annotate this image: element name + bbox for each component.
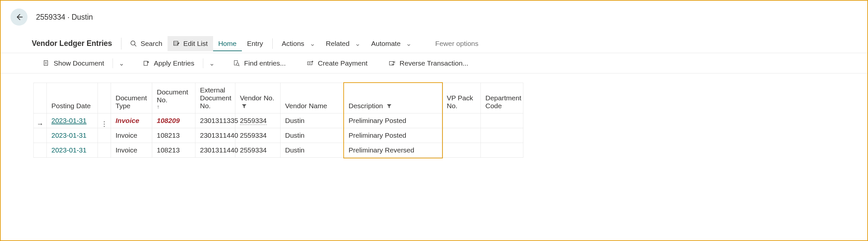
row-menu-button[interactable]: ⋮	[98, 113, 111, 128]
table-row[interactable]: →2023-01-31⋮Invoice108209230131133525593…	[34, 113, 864, 128]
row-indicator	[34, 128, 47, 143]
cell-spacer	[523, 128, 864, 143]
document-icon	[42, 60, 50, 67]
find-entries-label: Find entries...	[244, 59, 286, 67]
col-document-type-label: Document Type	[116, 94, 147, 109]
col-vendor-name-label: Vendor Name	[285, 102, 327, 109]
apply-entries-dropdown[interactable]: ⌄	[206, 57, 218, 70]
apply-entries-label: Apply Entries	[154, 59, 194, 67]
col-description[interactable]: Description	[344, 83, 442, 113]
chevron-down-icon: ⌄	[209, 60, 215, 67]
show-document-button[interactable]: Show Document	[37, 57, 110, 70]
search-label: Search	[141, 40, 162, 48]
actions-menu[interactable]: Actions ⌄	[277, 36, 321, 51]
col-posting-date-label: Posting Date	[52, 102, 91, 109]
svg-point-14	[309, 62, 311, 64]
cell-vendor-no[interactable]: 2559334	[235, 128, 280, 143]
cell-vp-pack-no	[442, 113, 481, 128]
reverse-transaction-icon	[389, 60, 396, 67]
ledger-table: Posting Date Document Type Document No. …	[33, 83, 864, 158]
apply-entries-button[interactable]: Apply Entries	[137, 57, 200, 70]
apply-entries-icon	[143, 60, 150, 67]
col-document-type[interactable]: Document Type	[111, 83, 152, 113]
cell-document-type: Invoice	[111, 128, 152, 143]
filter-icon	[386, 103, 392, 109]
cell-spacer	[523, 113, 864, 128]
svg-point-11	[236, 63, 239, 65]
cell-document-type: Invoice	[111, 143, 152, 158]
current-row-arrow-icon: →	[34, 120, 46, 128]
row-indicator: →	[34, 113, 47, 128]
cell-department-code	[481, 143, 523, 158]
find-entries-button[interactable]: Find entries...	[227, 57, 291, 70]
col-vendor-name[interactable]: Vendor Name	[280, 83, 344, 113]
cell-posting-date[interactable]: 2023-01-31	[47, 143, 98, 158]
cell-vendor-no[interactable]: 2559334	[235, 113, 280, 128]
table-row[interactable]: 2023-01-31Invoice10821323013114402559334…	[34, 128, 864, 143]
col-department-code[interactable]: Department Code	[481, 83, 523, 113]
col-vp-pack-no-label: VP Pack No.	[447, 94, 473, 109]
cell-description: Preliminary Reversed	[344, 143, 442, 158]
col-document-no[interactable]: Document No. ↑	[152, 83, 195, 113]
actions-label: Actions	[282, 40, 304, 48]
divider	[203, 58, 203, 68]
show-document-dropdown[interactable]: ⌄	[116, 57, 128, 70]
row-menu-button[interactable]	[98, 128, 111, 143]
cell-spacer	[523, 143, 864, 158]
entry-label: Entry	[247, 40, 263, 48]
search-button[interactable]: Search	[125, 36, 167, 51]
page-title: 2559334 · Dustin	[36, 13, 93, 22]
divider	[113, 58, 113, 68]
cell-external-doc-no: 2301311335	[195, 113, 235, 128]
chevron-down-icon: ⌄	[406, 40, 412, 48]
filter-icon	[241, 103, 247, 109]
create-payment-label: Create Payment	[318, 59, 368, 67]
fewer-options-button[interactable]: Fewer options	[430, 36, 484, 51]
col-indicator	[34, 83, 47, 113]
svg-line-1	[134, 44, 136, 46]
col-external-doc-no-label: External Document No.	[200, 86, 231, 109]
row-menu-button[interactable]	[98, 143, 111, 158]
create-payment-icon	[307, 60, 314, 67]
automate-menu[interactable]: Automate ⌄	[366, 36, 417, 51]
back-button[interactable]	[10, 8, 28, 26]
cell-posting-date[interactable]: 2023-01-31	[47, 128, 98, 143]
col-posting-date[interactable]: Posting Date	[47, 83, 98, 113]
cell-vp-pack-no	[442, 128, 481, 143]
col-department-code-label: Department Code	[486, 94, 521, 109]
related-label: Related	[326, 40, 349, 48]
cell-external-doc-no: 2301311440	[195, 143, 235, 158]
arrow-left-icon	[15, 13, 23, 21]
related-menu[interactable]: Related ⌄	[321, 36, 366, 51]
cell-posting-date[interactable]: 2023-01-31	[47, 113, 98, 128]
table-row[interactable]: 2023-01-31Invoice10821323013114402559334…	[34, 143, 864, 158]
create-payment-button[interactable]: Create Payment	[301, 57, 373, 70]
cell-vendor-no[interactable]: 2559334	[235, 143, 280, 158]
automate-label: Automate	[371, 40, 401, 48]
cell-vendor-name: Dustin	[280, 143, 344, 158]
toolbar-separator	[272, 38, 273, 49]
toolbar: Vendor Ledger Entries Search Edit List H…	[1, 34, 867, 53]
col-external-doc-no[interactable]: External Document No.	[195, 83, 235, 113]
edit-list-button[interactable]: Edit List	[167, 36, 213, 51]
reverse-transaction-label: Reverse Transaction...	[400, 59, 468, 67]
cell-external-doc-no: 2301311440	[195, 128, 235, 143]
col-vp-pack-no[interactable]: VP Pack No.	[442, 83, 481, 113]
edit-list-label: Edit List	[183, 40, 208, 48]
cell-vendor-name: Dustin	[280, 128, 344, 143]
tab-home[interactable]: Home	[213, 36, 242, 51]
col-vendor-no[interactable]: Vendor No.	[235, 83, 280, 113]
show-document-label: Show Document	[54, 59, 104, 67]
chevron-down-icon: ⌄	[310, 40, 315, 48]
cell-document-no[interactable]: 108213	[152, 128, 195, 143]
cell-document-no[interactable]: 108209	[152, 113, 195, 128]
cell-description: Preliminary Posted	[344, 113, 442, 128]
col-spacer	[523, 83, 864, 113]
cell-department-code	[481, 113, 523, 128]
cell-document-no[interactable]: 108213	[152, 143, 195, 158]
col-row-menu	[98, 83, 111, 113]
cell-document-type: Invoice	[111, 113, 152, 128]
svg-point-0	[131, 41, 135, 45]
reverse-transaction-button[interactable]: Reverse Transaction...	[382, 57, 474, 70]
tab-entry[interactable]: Entry	[242, 36, 269, 51]
